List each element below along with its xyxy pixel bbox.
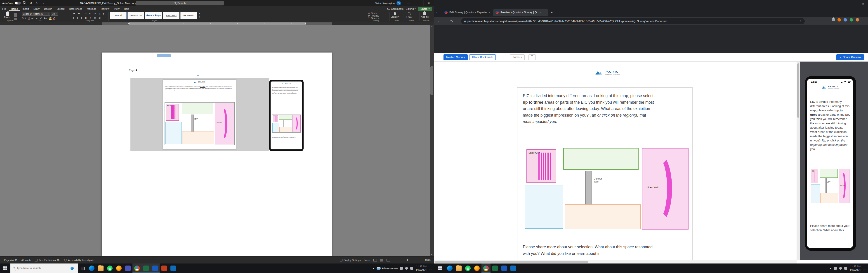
change-case-icon[interactable]: Aa (44, 17, 47, 20)
word-count[interactable]: 42 words (22, 259, 31, 262)
quick-access-dropdown-icon[interactable]: ▾ (41, 2, 46, 4)
autosave-switch-icon[interactable] (15, 2, 21, 4)
profile-avatar[interactable] (856, 18, 859, 22)
taskbar-app-excel[interactable] (491, 264, 500, 273)
tab-home[interactable]: Home (9, 7, 20, 11)
taskbar-app-firefox[interactable] (472, 264, 482, 273)
volume-icon[interactable] (410, 267, 413, 270)
scroll-up-icon[interactable]: ▲ (430, 26, 434, 28)
extension-icon[interactable] (844, 18, 847, 22)
tray-expand-icon[interactable]: ▲ (830, 267, 832, 269)
tab-view[interactable]: View (112, 7, 122, 11)
tray-expand-icon[interactable]: ▲ (372, 267, 374, 269)
bookmark-star-icon[interactable]: ☆ (799, 20, 802, 23)
indent-marker-left[interactable] (128, 23, 129, 24)
extension-icon[interactable] (837, 18, 841, 22)
survey-vertical-scrollbar[interactable] (797, 61, 800, 260)
autosave-toggle[interactable]: AutoSave (2, 2, 21, 4)
scrollbar-thumb[interactable] (434, 261, 588, 263)
task-view-button[interactable] (78, 264, 87, 273)
cut-icon[interactable] (14, 13, 17, 15)
taskbar-search[interactable] (10, 264, 78, 273)
share-preview-button[interactable]: ↗ Share Preview (836, 54, 864, 60)
taskbar-search-input[interactable] (17, 267, 69, 270)
align-left-icon[interactable]: ≡ (73, 17, 74, 19)
close-tab-icon[interactable]: × (489, 11, 490, 14)
tab-review[interactable]: Review (98, 7, 112, 11)
tab-edit-survey[interactable]: Edit Survey | Qualtrics Experien × (442, 8, 492, 16)
map-region-central-wall[interactable] (585, 171, 592, 208)
clock[interactable]: 11:23 AM 4/26/2024 (415, 265, 427, 272)
find-button[interactable]: Find▾ (368, 12, 379, 15)
font-size-select[interactable]: 10▾ (51, 12, 58, 16)
strikethrough-icon[interactable]: ab (31, 17, 34, 20)
taskbar-app-word[interactable] (151, 264, 160, 273)
map-region-entry-area[interactable]: Entry Area (811, 169, 818, 183)
style-heading1[interactable]: HEADING (163, 12, 180, 19)
document-canvas[interactable]: Page 4 PACIFIC Research & Evaluation (0, 25, 434, 256)
print-layout-icon[interactable] (380, 259, 383, 262)
start-button[interactable] (435, 264, 445, 273)
styles-expand-icon[interactable]: ⊽ (199, 16, 200, 18)
multilevel-list-icon[interactable]: ⋮≡ (83, 12, 87, 15)
extensions-icon[interactable] (832, 18, 835, 21)
address-bar[interactable]: pacificresearch.qualtrics.com/jfe/previe… (461, 18, 805, 24)
align-center-icon[interactable]: ≡ (76, 17, 78, 19)
comments-button[interactable]: Comments (388, 7, 404, 10)
increase-indent-icon[interactable]: ⇥ (94, 12, 96, 15)
accessibility-status[interactable]: Accessibility: Investigate (64, 259, 94, 262)
eic-floor-map[interactable]: Entry Area Video Wall Central Wall (810, 168, 850, 204)
embedded-survey-image[interactable]: PACIFIC Research & Evaluation EIC is div… (129, 76, 306, 152)
bold-icon[interactable]: B (22, 17, 24, 20)
taskbar-app-file-explorer[interactable] (454, 264, 463, 273)
read-mode-icon[interactable] (373, 259, 377, 262)
taskbar-app-file-explorer[interactable] (96, 264, 105, 273)
map-region-blue-gallery[interactable] (525, 185, 563, 229)
decrease-indent-icon[interactable]: ⇤ (89, 12, 91, 15)
map-region-peach-gallery[interactable] (820, 193, 838, 203)
tab-file[interactable]: File (0, 7, 9, 11)
tab-layout[interactable]: Layout (55, 7, 67, 11)
font-name-select[interactable]: Segoe UI Historic (B▾ (22, 12, 50, 16)
ruler[interactable]: 1 2 3 4 5 6 (0, 22, 434, 25)
redo-icon[interactable]: ↻ (35, 2, 40, 5)
map-region-central-wall[interactable] (825, 178, 827, 194)
document-page[interactable]: Page 4 PACIFIC Research & Evaluation (102, 53, 332, 256)
styles-scroll-up-icon[interactable]: ▲ (199, 12, 200, 14)
close-button[interactable]: × (858, 1, 868, 7)
survey-horizontal-scrollbar[interactable] (434, 260, 797, 264)
line-spacing-icon[interactable]: ⇕ (89, 16, 91, 19)
taskbar-app-word[interactable] (500, 264, 508, 273)
pilcrow-icon[interactable]: ¶ (103, 12, 104, 15)
replace-button[interactable]: ⇄Replace (368, 15, 379, 17)
account-info[interactable]: Taline Kuyumjian TK (375, 0, 401, 6)
restart-survey-button[interactable]: Restart Survey (443, 54, 468, 60)
taskbar-app-excel[interactable] (142, 264, 151, 273)
style-normal[interactable]: Normal (110, 12, 127, 19)
minimize-button[interactable]: — (838, 1, 848, 7)
back-icon[interactable]: ← (436, 20, 442, 23)
image-rotate-handle[interactable] (197, 75, 199, 76)
dictate-button[interactable]: Dictate▾ (391, 12, 399, 18)
taskbar-app-outlook[interactable] (168, 264, 178, 273)
place-bookmark-button[interactable]: Place Bookmark (469, 54, 496, 60)
numbering-icon[interactable]: ≕ (78, 12, 80, 15)
start-button[interactable] (0, 264, 10, 273)
tab-search-icon[interactable]: ▾ (436, 11, 437, 13)
map-region-green-gallery[interactable] (563, 148, 639, 169)
tab-help[interactable]: Help (122, 7, 132, 11)
focus-button[interactable]: Focus (364, 259, 370, 262)
italic-icon[interactable]: I (25, 17, 26, 20)
bullets-icon[interactable]: ≔ (73, 12, 75, 15)
editing-mode-button[interactable]: Editing▾ (406, 7, 415, 10)
display-settings-button[interactable]: Display Settings (340, 259, 361, 262)
font-color-icon[interactable]: A (53, 16, 55, 20)
close-button[interactable]: × (424, 0, 434, 6)
tab-references[interactable]: References (67, 7, 85, 11)
zoom-in-icon[interactable]: + (420, 259, 422, 262)
page-indicator[interactable]: Page 4 of 11 (4, 259, 18, 262)
zoom-level[interactable]: 100% (425, 259, 431, 262)
undo-icon[interactable]: ↺ (29, 2, 33, 5)
clock[interactable]: 11:23 AM 4/26/2024 (849, 265, 861, 272)
extension-icon[interactable] (850, 18, 853, 22)
